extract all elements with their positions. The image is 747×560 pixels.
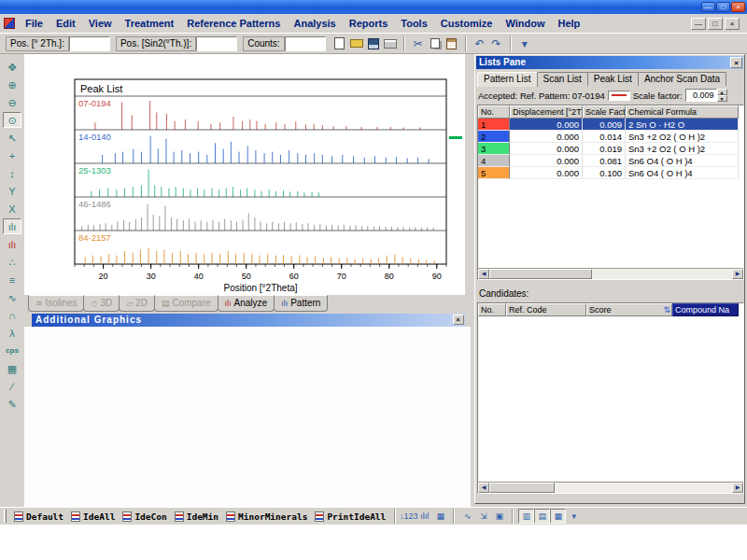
chemical-formula-cell[interactable]: Sn3 +2 O2 ( O H )2 <box>626 131 739 143</box>
pattern-row-5[interactable]: 50.0000.100Sn6 O4 ( O H )4 <box>478 167 743 179</box>
close-icon[interactable]: × <box>453 315 464 325</box>
pointer-icon[interactable]: ↖ <box>3 130 21 146</box>
displacement-cell[interactable]: 0.000 <box>510 155 583 167</box>
red-peaks-icon[interactable]: ılı <box>3 236 21 252</box>
zoom-out-icon[interactable]: ⊖ <box>3 94 21 110</box>
displacement-cell[interactable]: 0.000 <box>510 119 583 131</box>
counts-123-icon[interactable]: ↓123 <box>401 509 416 524</box>
menu-view[interactable]: View <box>82 17 119 30</box>
chemical-formula-cell[interactable]: 2 Sn O · H2 O <box>626 119 739 131</box>
button-idecon[interactable]: IdeCon <box>119 509 170 524</box>
candidates-col-header-no-[interactable]: No. <box>478 303 506 316</box>
pos-2theta-field[interactable] <box>69 36 110 51</box>
displacement-cell[interactable]: 0.000 <box>510 167 583 179</box>
menu-analysis[interactable]: Analysis <box>287 17 342 30</box>
scale-factor-cell[interactable]: 0.009 <box>583 119 626 131</box>
row-color-cell[interactable]: 2 <box>478 131 510 143</box>
pattern-row-3[interactable]: 30.0000.019Sn3 +2 O2 ( O H )2 <box>478 143 743 155</box>
candidates-col-header-ref-code[interactable]: Ref. Code <box>506 303 586 316</box>
pattern-col-header-1[interactable]: Displacement [°2Th.] <box>510 105 583 119</box>
scroll-right-icon[interactable]: ▶ <box>732 483 743 493</box>
peak-list-chart[interactable]: Peak List07-019414-014025-130346-148684-… <box>58 74 472 294</box>
displacement-cell[interactable]: 0.000 <box>510 143 583 155</box>
row-color-cell[interactable]: 3 <box>478 143 510 155</box>
sort-icon[interactable]: ⇅ <box>663 304 670 315</box>
minimize-button[interactable]: — <box>701 2 715 12</box>
copy-icon[interactable] <box>427 35 444 51</box>
zoom-in-icon[interactable]: ⊕ <box>3 77 21 92</box>
button-ideall[interactable]: IdeAll <box>67 509 119 524</box>
cps-icon[interactable]: cps <box>3 343 21 358</box>
scroll-right-icon[interactable]: ▶ <box>732 269 743 279</box>
more-dropdown-icon[interactable]: ▾ <box>566 509 582 524</box>
pattern-row-4[interactable]: 40.0000.081Sn6 O4 ( O H )4 <box>478 155 743 167</box>
scroll-left-icon[interactable]: ◀ <box>478 269 489 279</box>
counts-field[interactable] <box>285 36 326 51</box>
row-color-cell[interactable]: 4 <box>478 155 510 167</box>
close-button[interactable]: × <box>731 2 745 12</box>
lists-tab-peak-list[interactable]: Peak List <box>587 72 639 86</box>
spinner-down-icon[interactable]: ▼ <box>717 95 727 102</box>
candidates-col-header-compound-na[interactable]: Compound Na <box>672 303 739 316</box>
close-icon[interactable]: × <box>730 57 742 68</box>
x-axis-icon[interactable]: X <box>3 201 21 217</box>
scale-factor-cell[interactable]: 0.100 <box>583 167 626 179</box>
lists-tab-pattern-list[interactable]: Pattern List <box>477 72 538 87</box>
compare-view-icon[interactable]: ▥ <box>518 509 534 524</box>
button-default[interactable]: Default <box>10 509 67 524</box>
pos-sin2theta-field[interactable] <box>196 36 237 51</box>
menu-window[interactable]: Window <box>499 17 551 30</box>
peaks-icon[interactable]: ılı <box>3 218 21 234</box>
row-color-cell[interactable]: 5 <box>478 167 510 179</box>
chemical-formula-cell[interactable]: Sn6 O4 ( O H )4 <box>626 167 739 179</box>
pan-icon[interactable]: ✥ <box>3 59 21 75</box>
pattern-col-header-0[interactable]: No. <box>478 105 510 119</box>
layout-icon[interactable]: ▣ <box>491 509 507 524</box>
pattern-col-header-2[interactable]: Scale Factor <box>583 105 626 119</box>
scale-factor-cell[interactable]: 0.019 <box>583 143 626 155</box>
pattern-view-icon[interactable]: ∿ <box>459 509 475 524</box>
grid-view-icon[interactable]: ▦ <box>432 509 448 524</box>
lists-pane-titlebar[interactable]: Lists Pane × <box>476 56 743 69</box>
paste-icon[interactable] <box>444 35 460 51</box>
chemical-formula-cell[interactable]: Sn3 +2 O2 ( O H )2 <box>626 143 739 155</box>
scrollbar-thumb[interactable] <box>489 269 592 279</box>
spinner-up-icon[interactable]: ▲ <box>717 89 727 95</box>
magnifier-icon[interactable]: ⊙ <box>3 112 21 128</box>
lists-tab-anchor-scan-data[interactable]: Anchor Scan Data <box>638 72 726 86</box>
crosshair-icon[interactable]: + <box>3 147 21 163</box>
pattern-color-swatch[interactable] <box>608 91 630 101</box>
open-icon[interactable] <box>348 35 365 51</box>
save-icon[interactable] <box>365 35 382 51</box>
pattern-col-header-3[interactable]: Chemical Formula <box>626 105 739 119</box>
menu-help[interactable]: Help <box>551 17 586 30</box>
smooth-curve-icon[interactable]: ∿ <box>3 289 21 305</box>
menu-treatment[interactable]: Treatment <box>119 17 181 30</box>
scale-factor-cell[interactable]: 0.014 <box>583 131 626 143</box>
scale-factor-input[interactable] <box>685 89 717 102</box>
menu-tools[interactable]: Tools <box>394 17 434 30</box>
menu-reference-patterns[interactable]: Reference Patterns <box>180 17 287 30</box>
lists-tab-scan-list[interactable]: Scan List <box>537 72 588 86</box>
displacement-cell[interactable]: 0.000 <box>510 131 583 143</box>
zoom-area-icon[interactable]: ⇲ <box>475 509 491 524</box>
grid-icon[interactable]: ▦ <box>3 360 21 376</box>
tools-dropdown-icon[interactable]: ▾ <box>516 35 533 51</box>
mdi-close-button[interactable]: × <box>725 18 740 30</box>
stack-view-icon[interactable]: ▤ <box>534 509 550 524</box>
maximize-button[interactable]: □ <box>716 2 730 12</box>
menu-file[interactable]: File <box>19 17 49 30</box>
horizontal-scrollbar[interactable]: ◀ ▶ <box>478 482 743 493</box>
undo-icon[interactable]: ↶ <box>472 35 488 51</box>
scroll-left-icon[interactable]: ◀ <box>478 483 489 493</box>
menu-customize[interactable]: Customize <box>434 17 500 30</box>
mdi-minimize-button[interactable]: — <box>691 18 706 30</box>
lambda-icon[interactable]: λ <box>3 325 21 341</box>
menu-edit[interactable]: Edit <box>49 17 82 30</box>
chemical-formula-cell[interactable]: Sn6 O4 ( O H )4 <box>626 155 739 167</box>
tab-analyze[interactable]: ılıAnalyze <box>218 295 275 312</box>
peak-list-icon[interactable]: ılıl <box>416 509 432 524</box>
pattern-row-2[interactable]: 20.0000.014Sn3 +2 O2 ( O H )2 <box>478 131 743 143</box>
ruler-icon[interactable]: ∕ <box>3 378 21 394</box>
lines-icon[interactable]: ≡ <box>3 272 21 287</box>
